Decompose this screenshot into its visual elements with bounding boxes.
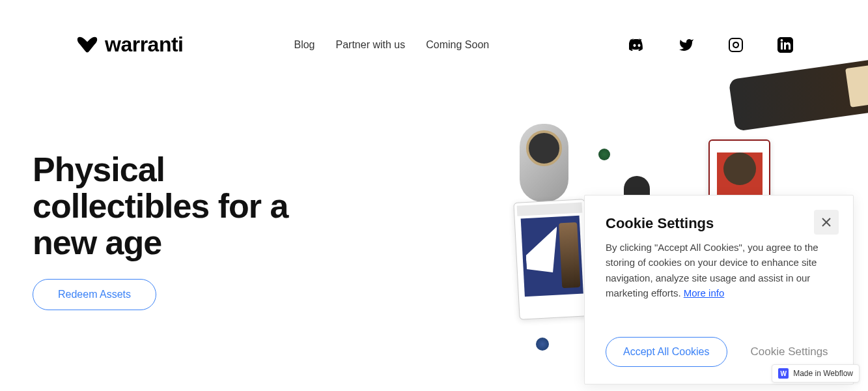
- sapphire-gem-image: [536, 338, 549, 351]
- webflow-badge[interactable]: W Made in Webflow: [772, 364, 860, 383]
- wine-bottle-image: [729, 56, 868, 131]
- header: warranti Blog Partner with us Coming Soo…: [0, 0, 868, 57]
- cookie-title: Cookie Settings: [606, 215, 832, 232]
- cookie-text: By clicking "Accept All Cookies", you ag…: [606, 240, 832, 300]
- nav-blog[interactable]: Blog: [294, 39, 315, 51]
- cookie-settings-button[interactable]: Cookie Settings: [751, 345, 828, 358]
- svg-rect-0: [729, 38, 742, 51]
- trading-card-image-2: [513, 199, 591, 320]
- logo-icon: [75, 35, 100, 55]
- cookie-modal: Cookie Settings By clicking "Accept All …: [584, 195, 854, 384]
- cookie-more-info-link[interactable]: More info: [684, 287, 725, 298]
- webflow-text: Made in Webflow: [793, 369, 853, 378]
- webflow-icon: W: [778, 368, 789, 379]
- hero-title-line2: collectibles for a: [33, 187, 288, 225]
- watch-image: [520, 124, 568, 202]
- hero-title-line1: Physical: [33, 151, 165, 188]
- logo[interactable]: warranti: [75, 33, 183, 57]
- cookie-accept-button[interactable]: Accept All Cookies: [606, 337, 727, 367]
- close-icon: [822, 218, 831, 227]
- nav: Blog Partner with us Coming Soon: [294, 39, 489, 51]
- emerald-gem-image: [598, 149, 610, 160]
- cookie-close-button[interactable]: [814, 210, 839, 235]
- social-links: [629, 37, 793, 53]
- cookie-actions: Accept All Cookies Cookie Settings: [606, 337, 832, 367]
- logo-text: warranti: [105, 33, 183, 57]
- nav-coming-soon[interactable]: Coming Soon: [426, 39, 489, 51]
- discord-icon[interactable]: [629, 37, 645, 53]
- twitter-icon[interactable]: [679, 37, 694, 53]
- nav-partner[interactable]: Partner with us: [336, 39, 406, 51]
- hero-title-line3: new age: [33, 224, 161, 261]
- linkedin-icon[interactable]: [777, 37, 793, 53]
- instagram-icon[interactable]: [728, 37, 744, 53]
- redeem-assets-button[interactable]: Redeem Assets: [33, 279, 156, 310]
